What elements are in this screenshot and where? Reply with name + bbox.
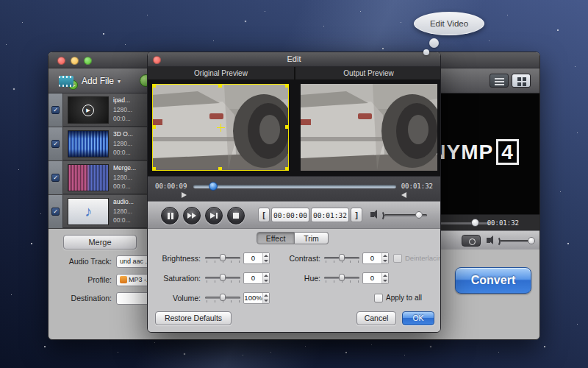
timeline-knob[interactable] xyxy=(209,182,218,191)
snapshot-camera-button[interactable] xyxy=(462,235,481,247)
crop-handle[interactable] xyxy=(152,84,156,88)
edit-timeline: 00:00:09 00:01:32 xyxy=(148,176,440,201)
crop-handle[interactable] xyxy=(152,125,156,129)
slider-thumb[interactable] xyxy=(220,274,226,281)
checkbox-cell: ✓ xyxy=(49,93,63,127)
hue-value-box[interactable]: 0 xyxy=(362,272,389,284)
volume-value: 100% xyxy=(244,293,262,303)
minimize-icon[interactable] xyxy=(71,57,79,65)
saturation-value-box[interactable]: 0 xyxy=(243,272,270,284)
stop-button[interactable] xyxy=(227,207,245,224)
convert-button[interactable]: Convert xyxy=(455,267,531,294)
trim-time-group: [ 00:00:00 00:01:32 ] xyxy=(258,208,362,222)
stepper-icon[interactable] xyxy=(381,253,388,263)
crop-handle[interactable] xyxy=(285,84,289,88)
audio-track-value: und aac ... xyxy=(120,258,151,265)
file-resolution: 1280... xyxy=(113,105,132,115)
crop-handle[interactable] xyxy=(218,167,222,171)
restore-defaults-button[interactable]: Restore Defaults xyxy=(155,311,232,325)
effect-row-2: Saturation: 0 Hue: 0 xyxy=(148,272,440,286)
trim-start-field[interactable]: 00:00:00 xyxy=(271,208,309,222)
seek-knob[interactable] xyxy=(471,219,479,227)
step-forward-button[interactable] xyxy=(205,207,223,224)
output-preview-label: Output Preview xyxy=(295,69,441,77)
file-checkbox[interactable]: ✓ xyxy=(51,174,60,182)
file-checkbox[interactable]: ✓ xyxy=(51,208,60,216)
main-preview-time: 00:01:32 xyxy=(487,219,519,227)
preview-volume-slider[interactable] xyxy=(384,214,427,216)
brightness-value-box[interactable]: 0 xyxy=(243,252,270,264)
deinterlacing-checkbox[interactable] xyxy=(393,254,402,263)
destination-label: Destination: xyxy=(49,294,112,302)
contrast-slider[interactable] xyxy=(324,254,359,264)
pause-button[interactable] xyxy=(161,207,179,224)
brightness-slider[interactable] xyxy=(205,254,240,264)
ok-button[interactable]: OK xyxy=(402,311,434,325)
view-toggle-group xyxy=(490,74,531,88)
apply-to-all-label: Apply to all xyxy=(386,294,422,302)
bubble-tail-dot xyxy=(429,38,439,48)
original-preview-frame[interactable] xyxy=(152,84,289,171)
effect-row-3: Volume: 100% Apply to all xyxy=(148,292,440,305)
stepper-icon[interactable] xyxy=(262,253,269,263)
stepper-icon[interactable] xyxy=(381,273,388,283)
add-file-label: Add File xyxy=(82,76,114,86)
crop-handle[interactable] xyxy=(285,125,289,129)
crop-selection[interactable] xyxy=(152,84,289,171)
set-end-bracket-button[interactable]: ] xyxy=(351,208,362,222)
apply-to-all-checkbox[interactable] xyxy=(374,294,383,302)
file-checkbox[interactable]: ✓ xyxy=(51,106,60,114)
crop-handle[interactable] xyxy=(152,167,156,171)
file-name: Merge... xyxy=(113,163,136,173)
trim-end-field[interactable]: 00:01:32 xyxy=(311,208,349,222)
stepper-icon[interactable] xyxy=(262,293,269,303)
saturation-slider[interactable] xyxy=(205,274,240,284)
file-checkbox[interactable]: ✓ xyxy=(51,140,60,148)
current-time: 00:00:09 xyxy=(155,183,187,190)
hue-slider[interactable] xyxy=(324,274,359,284)
slider-thumb[interactable] xyxy=(220,294,226,301)
volume-value-box[interactable]: 100% xyxy=(243,292,270,304)
main-volume-slider[interactable] xyxy=(500,240,535,242)
list-view-button[interactable] xyxy=(490,74,509,88)
file-meta: Merge... 1280... 00:0... xyxy=(113,163,136,191)
crop-handle[interactable] xyxy=(218,84,222,88)
file-meta: ipad... 1280... 00:0... xyxy=(113,96,132,124)
grid-view-icon xyxy=(517,77,521,81)
waveform-thumbnail xyxy=(68,164,109,191)
file-meta: audio... 1280... 00:0... xyxy=(113,197,134,225)
speaker-icon xyxy=(487,238,490,243)
contrast-value-box[interactable]: 0 xyxy=(362,252,389,264)
crop-handle[interactable] xyxy=(285,167,289,171)
timeline-track[interactable] xyxy=(193,185,396,188)
saturation-label: Saturation: xyxy=(151,274,201,283)
trim-end-marker[interactable] xyxy=(401,192,406,198)
add-file-button[interactable]: + Add File ▾ xyxy=(59,72,121,90)
checkbox-cell: ✓ xyxy=(49,127,63,160)
zoom-icon[interactable] xyxy=(84,57,92,65)
slider-thumb[interactable] xyxy=(220,254,226,261)
file-name: audio... xyxy=(113,197,134,207)
slider-thumb[interactable] xyxy=(339,274,345,281)
stepper-icon[interactable] xyxy=(262,273,269,283)
merge-button[interactable]: Merge xyxy=(63,235,137,250)
preview-volume-knob[interactable] xyxy=(415,211,423,219)
slider-thumb[interactable] xyxy=(339,254,345,261)
close-icon[interactable] xyxy=(57,57,65,65)
volume-effect-slider[interactable] xyxy=(205,294,240,304)
tab-effect[interactable]: Effect xyxy=(257,232,295,244)
set-start-bracket-button[interactable]: [ xyxy=(258,208,270,222)
preview-header: Original Preview Output Preview xyxy=(148,67,440,80)
file-resolution: 1280... xyxy=(113,139,133,149)
main-volume-knob[interactable] xyxy=(528,237,535,244)
tab-trim[interactable]: Trim xyxy=(295,232,329,244)
cancel-button[interactable]: Cancel xyxy=(356,311,396,325)
checkbox-cell: ✓ xyxy=(49,161,63,194)
fast-forward-button[interactable] xyxy=(183,207,201,224)
trim-start-marker[interactable] xyxy=(182,192,187,198)
edit-dialog-titlebar[interactable]: Edit xyxy=(148,52,440,67)
original-preview-label: Original Preview xyxy=(148,69,294,77)
thought-bubble-text: Edit Video xyxy=(414,12,484,35)
saturation-value: 0 xyxy=(244,273,262,283)
grid-view-button[interactable] xyxy=(512,74,531,88)
